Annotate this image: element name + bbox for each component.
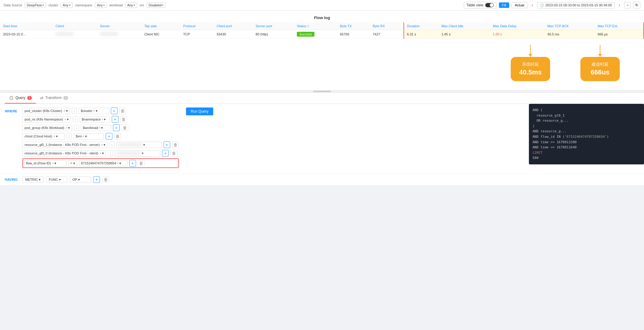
cond-value-3-remove[interactable]: × — [99, 126, 101, 130]
cond-value-5[interactable]: ▾ — [116, 142, 162, 148]
having-op[interactable]: OP ▾ — [70, 177, 91, 183]
having-add[interactable]: + — [93, 176, 100, 183]
flow-id-delete[interactable]: 🗑 — [138, 160, 144, 167]
sql-line-7: AND time >= 1678811580 — [533, 140, 640, 145]
flow-id-value-arrow: ▾ — [119, 161, 121, 165]
run-query-button[interactable]: Run Query — [186, 107, 213, 115]
cond-op-4[interactable]: : — [67, 133, 72, 139]
namespace-select[interactable]: Any ▾ — [95, 2, 107, 8]
having-row: HAVING METRIC ▾ FUNC ▾ OP ▾ + 🗑 — [0, 173, 644, 185]
sql-line-10: 500 — [533, 155, 640, 161]
cond-value-4-remove[interactable]: × — [83, 134, 85, 138]
tab-transform[interactable]: ⇄ Transform 1 — [36, 93, 72, 104]
col-server: Server — [97, 22, 141, 30]
where-label: WHERE — [5, 107, 20, 113]
flow-id-op[interactable]: = ▾ — [68, 160, 77, 167]
cond-field-4-remove[interactable]: × — [53, 134, 55, 138]
cond-delete-2[interactable]: 🗑 — [120, 116, 127, 123]
col-byte-rx: Byte RX — [370, 22, 403, 30]
tab-query-badge: 1 — [27, 96, 32, 100]
tab-query[interactable]: 📋 Query 1 — [5, 93, 36, 104]
cond-value-1[interactable]: $cluster × ▾ — [79, 108, 109, 114]
query-section: 📋 Query 1 ⇄ Transform 1 WHERE pod_cl — [0, 93, 644, 185]
cond-op-6[interactable]: : — [108, 150, 113, 156]
flow-id-value-remove[interactable]: × — [117, 161, 119, 165]
condition-row-5: resource_gl0_1 (Instance - K8s POD First… — [22, 141, 179, 148]
cond-field-5-arrow: ▾ — [104, 143, 105, 147]
cluster-select[interactable]: Any ▾ — [61, 2, 73, 8]
flow-id-field[interactable]: flow_id (Flow ID) × ▾ — [24, 160, 66, 167]
workload-select[interactable]: Any ▾ — [125, 2, 137, 8]
datasource-select[interactable]: DeepFlow ▾ — [25, 2, 46, 8]
workload-arrow: ▾ — [134, 4, 135, 7]
cond-field-4[interactable]: chost (Cloud Host) × ▾ — [22, 133, 65, 140]
cond-value-4[interactable]: $vm × ▾ — [74, 133, 104, 140]
refresh-button[interactable]: ↻ — [633, 2, 640, 8]
cond-field-5-remove[interactable]: × — [101, 143, 103, 147]
cond-op-5[interactable]: : — [109, 142, 115, 148]
cell-start-time: 2023-03-15 0... — [0, 30, 52, 39]
flow-id-add[interactable]: + — [129, 160, 136, 167]
cond-field-1[interactable]: pod_cluster (K8s Cluster) × ▾ — [22, 108, 70, 114]
vm-select[interactable]: Disabled ▾ — [147, 2, 166, 8]
cond-delete-4[interactable]: 🗑 — [114, 133, 121, 140]
cond-value-2[interactable]: $namespace × ▾ — [80, 116, 110, 123]
cond-field-6[interactable]: resource_gl0_0 (Instance - K8s POD First… — [22, 150, 106, 157]
cond-delete-6[interactable]: 🗑 — [171, 150, 177, 157]
cond-value-3[interactable]: $workload × ▾ — [81, 125, 111, 131]
cond-add-1[interactable]: + — [111, 107, 118, 114]
cond-field-3[interactable]: pod_group (K8s Workload) × ▾ — [22, 125, 72, 131]
cond-field-2[interactable]: pod_ns (K8s Namespace) × ▾ — [22, 116, 71, 123]
cond-add-6[interactable]: + — [162, 150, 169, 157]
actual-button[interactable]: Actual — [512, 2, 528, 8]
cond-op-3[interactable]: : — [74, 125, 79, 131]
cond-field-4-arrow: ▾ — [56, 134, 58, 138]
annotation-label-2: 建连时延 — [592, 62, 609, 67]
flow-id-field-remove[interactable]: × — [52, 161, 54, 165]
main-area: Flow log Start time Client Server Tap si… — [0, 11, 644, 90]
cond-field-1-remove[interactable]: × — [63, 109, 65, 113]
cond-field-3-remove[interactable]: × — [65, 126, 67, 130]
view-toggle[interactable]: Table view — [464, 2, 496, 8]
cond-delete-5[interactable]: 🗑 — [172, 141, 179, 148]
having-metric[interactable]: METRIC ▾ — [22, 177, 44, 183]
cond-field-6-remove[interactable]: × — [99, 151, 101, 155]
nav-next[interactable]: › — [617, 2, 622, 8]
arrow-head-2 — [598, 54, 602, 57]
cell-server — [97, 30, 141, 39]
cond-add-3[interactable]: + — [113, 124, 120, 131]
cond-field-2-remove[interactable]: × — [64, 117, 66, 121]
col-max-tcp-ack: Max TCP ACK — [544, 22, 595, 30]
time-range-text: 2023-03-15 00:33:00 to 2023-03-15 00:34:… — [545, 3, 612, 7]
cond-delete-1[interactable]: 🗑 — [119, 107, 126, 114]
resize-divider[interactable] — [0, 90, 644, 93]
table-section: Flow log Start time Client Server Tap si… — [0, 11, 644, 90]
fill-button[interactable]: Fill — [499, 2, 509, 8]
having-func[interactable]: FUNC ▾ — [46, 177, 67, 183]
sql-line-6: AND flow_id IN ('6715246474707258654') — [533, 134, 640, 140]
col-protocol: Protocol — [180, 22, 214, 30]
col-client: Client — [52, 22, 97, 30]
cell-server-port: 80 (http) — [253, 30, 294, 39]
cond-add-4[interactable]: + — [106, 133, 112, 140]
time-range[interactable]: 🕐 2023-03-15 00:33:00 to 2023-03-15 00:3… — [537, 2, 615, 8]
cond-field-5[interactable]: resource_gl0_1 (Instance - K8s POD First… — [22, 142, 108, 148]
cond-op-1[interactable]: : — [72, 108, 77, 114]
col-max-tcp-est: Max TCP Est. — [595, 22, 644, 30]
cond-value-6[interactable]: ▾ — [115, 150, 160, 157]
cond-op-2[interactable]: : — [73, 116, 78, 122]
having-delete[interactable]: 🗑 — [102, 176, 109, 183]
cond-add-5[interactable]: + — [164, 141, 170, 148]
view-toggle-pill[interactable] — [485, 3, 494, 7]
zoom-minus-button[interactable]: − — [624, 2, 631, 8]
sql-line-8: AND time <= 1678811640 — [533, 145, 640, 150]
col-status: Status ▽ — [294, 22, 337, 30]
flow-id-value[interactable]: 6715246474707258654 × ▾ — [79, 160, 128, 167]
cond-value-2-remove[interactable]: × — [101, 117, 103, 121]
nav-prev[interactable]: ‹ — [530, 2, 535, 8]
cond-add-2[interactable]: + — [112, 116, 118, 123]
cond-field-1-arrow: ▾ — [66, 109, 68, 113]
cond-value-1-remove[interactable]: × — [93, 109, 95, 113]
cond-delete-3[interactable]: 🗑 — [121, 124, 128, 131]
arrow-head-1 — [529, 54, 532, 57]
